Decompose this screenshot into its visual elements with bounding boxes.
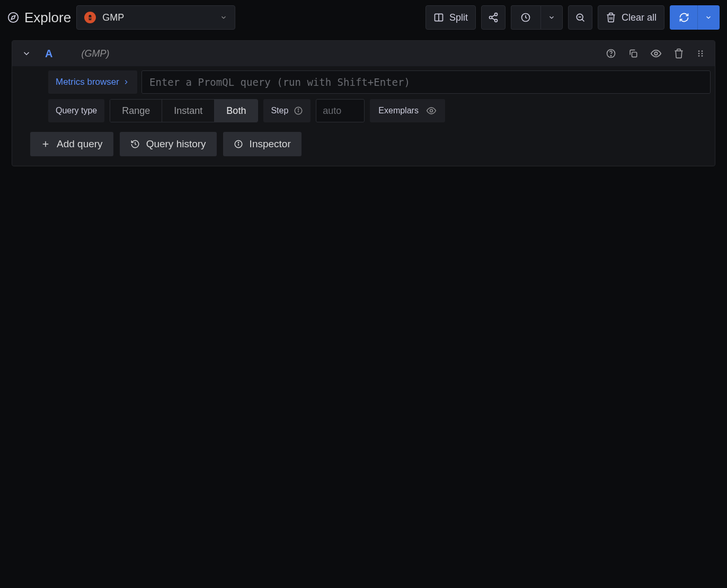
query-type-instant[interactable]: Instant [162, 100, 215, 122]
svg-rect-15 [632, 52, 637, 57]
help-icon [606, 48, 616, 59]
title-group: Explore [7, 10, 71, 26]
history-icon [130, 139, 140, 149]
add-query-label: Add query [57, 138, 103, 150]
panel-actions: Add query Query history Inspector [12, 122, 715, 166]
zoom-out-button[interactable] [568, 5, 592, 30]
grip-icon [696, 49, 705, 58]
trash-icon [606, 12, 616, 23]
svg-point-5 [489, 16, 492, 19]
inspector-label: Inspector [250, 138, 291, 150]
time-range-dropdown[interactable] [540, 5, 563, 30]
query-ref-id: A [45, 48, 52, 60]
page-title: Explore [24, 10, 71, 26]
info-icon [294, 106, 303, 115]
svg-line-7 [492, 15, 495, 16]
query-row-header: A (GMP) [12, 41, 715, 66]
drag-handle[interactable] [694, 47, 707, 60]
compass-icon [7, 12, 19, 23]
refresh-icon [679, 12, 689, 23]
info-icon [234, 139, 243, 149]
query-body: Metrics browser Query type Range Instant… [12, 66, 715, 122]
svg-point-25 [298, 109, 299, 109]
svg-point-4 [494, 13, 497, 16]
svg-point-26 [430, 110, 432, 112]
plus-icon [41, 139, 50, 149]
query-type-segmented: Range Instant Both [110, 99, 258, 122]
clear-all-button[interactable]: Clear all [598, 5, 664, 30]
columns-icon [433, 12, 444, 23]
datasource-picker[interactable]: GMP [76, 5, 235, 30]
remove-query-button[interactable] [671, 46, 686, 61]
inspector-button[interactable]: Inspector [223, 132, 302, 156]
time-range-group [511, 5, 563, 30]
run-interval-dropdown[interactable] [697, 5, 720, 30]
prometheus-icon [84, 12, 96, 23]
datasource-name: GMP [102, 12, 214, 23]
promql-query-input[interactable] [141, 70, 711, 94]
svg-point-14 [610, 56, 611, 56]
chevron-down-icon [705, 14, 712, 21]
svg-point-31 [238, 142, 238, 142]
topbar: Explore GMP Split [0, 0, 727, 35]
query-history-button[interactable]: Query history [120, 132, 217, 156]
svg-line-8 [492, 18, 495, 20]
query-type-both[interactable]: Both [215, 100, 258, 122]
query-type-range[interactable]: Range [110, 100, 162, 122]
add-query-button[interactable]: Add query [30, 132, 113, 156]
chevron-down-icon [22, 49, 31, 58]
collapse-row-button[interactable] [20, 47, 33, 60]
duplicate-query-button[interactable] [626, 46, 641, 61]
time-range-button[interactable] [511, 5, 540, 30]
svg-point-18 [702, 50, 703, 52]
copy-icon [628, 48, 639, 59]
run-group [670, 5, 720, 30]
svg-point-19 [698, 53, 700, 55]
query-history-label: Query history [146, 138, 206, 150]
query-panel: A (GMP) [12, 40, 715, 166]
step-label-group: Step [263, 99, 311, 122]
svg-point-6 [494, 19, 497, 22]
eye-icon [426, 105, 437, 116]
exemplars-toggle[interactable]: Exemplars [370, 99, 445, 122]
svg-point-20 [702, 53, 703, 55]
chevron-down-icon [548, 14, 555, 21]
svg-line-11 [582, 19, 584, 21]
svg-point-0 [8, 13, 18, 22]
svg-point-21 [698, 55, 700, 57]
metrics-browser-label: Metrics browser [56, 77, 119, 87]
run-query-button[interactable] [670, 5, 697, 30]
metrics-browser-button[interactable]: Metrics browser [48, 70, 137, 94]
step-input[interactable] [316, 99, 365, 122]
svg-point-22 [702, 55, 703, 57]
query-help-button[interactable] [604, 46, 618, 61]
trash-icon [673, 48, 684, 59]
split-button[interactable]: Split [425, 5, 476, 30]
svg-point-17 [698, 50, 700, 52]
exemplars-label: Exemplars [378, 106, 419, 115]
chevron-down-icon [220, 14, 227, 21]
query-row-actions [604, 46, 707, 61]
clear-all-label: Clear all [622, 12, 657, 23]
share-button[interactable] [481, 5, 506, 30]
toolbar-right: Split [425, 5, 720, 30]
toggle-query-visibility-button[interactable] [648, 46, 664, 61]
query-datasource-label: (GMP) [81, 48, 109, 59]
svg-point-16 [654, 52, 658, 55]
svg-marker-1 [11, 15, 15, 19]
chevron-right-icon [122, 78, 130, 86]
zoom-out-icon [575, 12, 586, 23]
share-icon [488, 12, 499, 23]
step-label: Step [271, 106, 288, 115]
clock-icon [520, 12, 531, 23]
split-label: Split [449, 12, 468, 23]
eye-icon [650, 48, 662, 59]
query-type-label: Query type [48, 99, 104, 122]
